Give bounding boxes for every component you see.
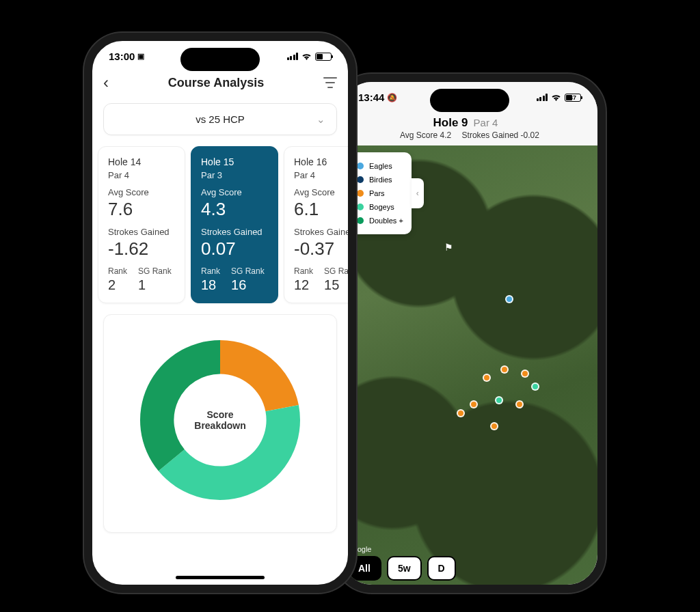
hole-name: Hole 15 — [201, 156, 268, 167]
phone-course-analysis: 13:00 ▣ ‹ Course Analysis vs 25 HCP ⌄ d … — [84, 33, 356, 593]
shot-marker[interactable] — [500, 365, 509, 374]
battery-icon: 37 — [565, 94, 581, 102]
sgrank-label: SG Rank — [138, 266, 172, 276]
shot-marker[interactable] — [495, 396, 503, 404]
hole-card-15[interactable]: Hole 15 Par 3 Avg Score 4.3 Strokes Gain… — [191, 146, 278, 303]
sg-label: Strokes Gained — [294, 227, 348, 237]
legend-label: Doubles + — [369, 217, 403, 225]
dropdown-label: vs 25 HCP — [196, 113, 245, 125]
legend-item: Birdies — [357, 173, 403, 186]
hole-name: Hole 16 — [294, 156, 348, 167]
legend-dot-icon — [357, 204, 364, 210]
legend-item: Eagles — [357, 159, 403, 173]
shot-marker[interactable] — [531, 382, 539, 391]
shot-marker[interactable] — [490, 422, 498, 430]
sg-value: -1.62 — [108, 238, 175, 260]
sgrank-value: 15 — [324, 277, 348, 293]
avg-value: 7.6 — [108, 199, 175, 220]
shot-marker[interactable] — [457, 409, 465, 417]
sgrank-label: SG Rank — [231, 266, 265, 276]
rank-label: Rank — [108, 266, 127, 276]
avg-score-text: Avg Score 4.2 — [400, 130, 451, 140]
avg-value: 6.1 — [294, 199, 348, 220]
hcp-dropdown[interactable]: vs 25 HCP ⌄ — [103, 103, 337, 135]
legend-label: Birdies — [369, 176, 392, 184]
home-indicator[interactable] — [176, 576, 265, 579]
sgrank-value: 1 — [138, 277, 172, 293]
chevron-down-icon: ⌄ — [317, 113, 325, 126]
hole-card-peek-left[interactable]: d k — [84, 146, 92, 303]
legend-label: Eagles — [369, 162, 392, 170]
hole-card-16[interactable]: Hole 16 Par 4 Avg Score 6.1 Strokes Gain… — [284, 146, 348, 303]
legend-dot-icon — [357, 176, 364, 183]
sgrank-label: SG Rank — [324, 266, 348, 276]
rank-value: 12 — [294, 277, 313, 293]
rank-label: Rank — [201, 266, 220, 276]
donut-title-1: Score — [207, 409, 234, 420]
avg-label: Avg Score — [294, 187, 348, 197]
silent-icon: 🔕 — [387, 93, 397, 102]
hole-title: Hole 9 — [433, 116, 468, 130]
flag-icon: ⚑ — [444, 242, 453, 253]
phone-notch — [430, 89, 509, 112]
avg-label: Avg Score — [108, 187, 175, 197]
legend-item: Doubles + — [357, 214, 403, 227]
page-title: Course Analysis — [168, 76, 264, 90]
filter-icon[interactable] — [323, 77, 337, 88]
club-filter-pill[interactable]: D — [427, 556, 456, 581]
sg-value: 0.07 — [201, 238, 268, 260]
sg-label: Strokes Gained — [201, 227, 268, 237]
rank-label: Rank — [294, 266, 313, 276]
hole-par: Par 4 — [294, 170, 348, 180]
shot-marker[interactable] — [521, 370, 529, 378]
legend-collapse-handle[interactable]: ‹ — [412, 178, 424, 208]
cellular-icon — [537, 94, 548, 101]
map-legend: ‹ EaglesBirdiesParsBogeysDoubles + — [349, 152, 412, 234]
status-time: 13:00 — [109, 51, 135, 62]
club-filter-pills: All5wD — [347, 556, 456, 581]
cellular-icon — [287, 53, 299, 60]
battery-icon — [315, 53, 332, 61]
avg-label: Avg Score — [201, 187, 268, 197]
hole-map[interactable]: ‹ EaglesBirdiesParsBogeysDoubles + ⚑ Goo… — [342, 145, 597, 585]
shot-marker[interactable] — [505, 295, 513, 303]
shot-marker[interactable] — [470, 400, 478, 408]
legend-label: Pars — [369, 189, 385, 197]
sg-text: Strokes Gained -0.02 — [462, 130, 539, 140]
rank-value: 18 — [201, 277, 220, 293]
legend-dot-icon — [357, 163, 364, 169]
hole-par: Par 4 — [108, 170, 175, 180]
phone-notch — [180, 48, 260, 71]
donut-center-label: Score Breakdown — [131, 331, 309, 509]
sg-value: -0.37 — [294, 238, 348, 260]
hole-par: Par 3 — [201, 170, 268, 180]
phone-hole-map: 13:44 🔕 37 ‹ Hole 9 Par 4 Avg Score 4.2 … — [334, 74, 606, 593]
legend-item: Bogeys — [357, 200, 403, 214]
sg-label: Strokes Gained — [108, 227, 175, 237]
battery-pct: 37 — [565, 94, 580, 101]
hole-name: Hole 14 — [108, 156, 175, 167]
legend-dot-icon — [357, 190, 364, 197]
score-breakdown-chart: Score Breakdown — [103, 314, 337, 533]
sgrank-value: 16 — [231, 277, 265, 293]
hole-par: Par 4 — [474, 117, 498, 128]
rank-value: 2 — [108, 277, 127, 293]
avg-value: 4.3 — [201, 199, 268, 220]
hole-card-14[interactable]: Hole 14 Par 4 Avg Score 7.6 Strokes Gain… — [98, 146, 185, 303]
shot-marker[interactable] — [515, 400, 524, 408]
donut-title-2: Breakdown — [194, 420, 245, 431]
wifi-icon — [551, 94, 561, 101]
back-button[interactable]: ‹ — [103, 73, 109, 92]
club-filter-pill[interactable]: 5w — [387, 556, 422, 581]
legend-item: Pars — [357, 186, 403, 200]
legend-label: Bogeys — [369, 203, 394, 211]
shot-marker[interactable] — [483, 374, 491, 382]
status-icon: ▣ — [137, 52, 144, 61]
legend-dot-icon — [357, 217, 364, 224]
hole-cards-carousel[interactable]: d k Hole 14 Par 4 Avg Score 7.6 Strokes … — [84, 143, 348, 311]
wifi-icon — [301, 53, 312, 60]
status-time: 13:44 — [358, 92, 384, 103]
hole-stats: Avg Score 4.2 Strokes Gained -0.02 — [342, 130, 597, 145]
